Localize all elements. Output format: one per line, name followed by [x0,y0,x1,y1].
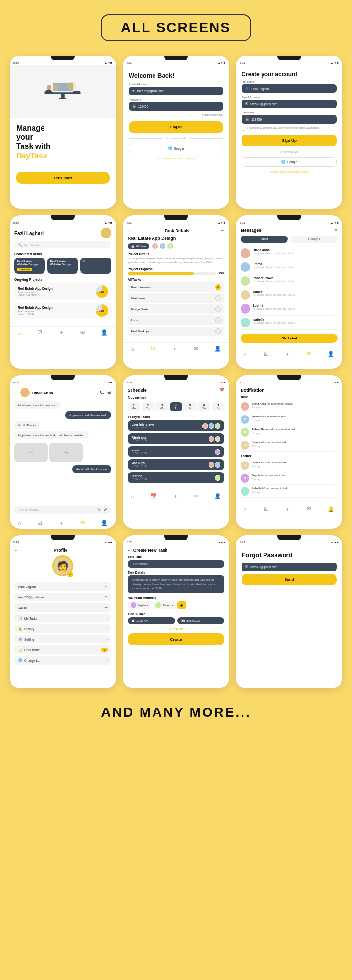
project-item-1[interactable]: Real Estate App Design Team members Due … [14,283,111,300]
menu-my-tasks[interactable]: 📋 My Tasks › [14,614,111,622]
team-member-robert[interactable]: Robert × [153,601,176,609]
notif-item-5[interactable]: J James left a comment in task 20m ago [241,459,338,472]
task-title-input[interactable]: HI Wireframe [128,560,225,568]
call-icon[interactable]: 📞 [100,391,104,394]
cal-day-1[interactable]: 1Mo [128,402,140,411]
back-create[interactable]: ← [128,549,131,552]
nav-schedule-8[interactable]: 📅 [150,493,157,499]
nav-msg-6[interactable]: ✉ [307,351,311,357]
nav-profile-5[interactable]: 👤 [214,346,221,352]
cal-day-2[interactable]: 2Tu [142,402,154,411]
nav-add-6[interactable]: ＋ [285,350,290,358]
reg-email-input[interactable]: ✉fazzi72@gmail.com [242,100,337,108]
sched-item-4[interactable]: Mockups 10:00 - 18:00 [128,459,225,470]
nav-add-8[interactable]: ＋ [173,493,178,500]
cal-day-7[interactable]: 7Su [212,402,224,411]
msg-item-4[interactable]: James Hi, please share the last task, th… [241,288,338,302]
nav-msg-5[interactable]: ✉ [194,346,198,352]
search-bar[interactable]: 🔍 Search tasks [14,241,111,248]
remove-robert-icon[interactable]: × [172,604,173,607]
msg-item-3[interactable]: Robert Brown Hi, please check the last t… [241,274,338,288]
nav-tasks-6[interactable]: ☑ [264,351,269,357]
nav-home[interactable]: ⌂ [18,330,21,336]
nav-msg[interactable]: ✉ [80,329,85,336]
schedule-edit-icon[interactable]: 📅 [220,388,224,392]
cal-day-3[interactable]: 3We [155,402,168,411]
video-icon[interactable]: 📹 [107,391,111,394]
edit-icon[interactable]: ✏ [221,229,224,233]
edit-msg-icon[interactable]: ✏ [335,228,338,232]
task-list-item-5[interactable]: Final Mockups [128,327,225,336]
signup-button[interactable]: Sign Up [242,135,337,146]
notif-item-6[interactable]: S Sophia left a comment in task 30m ago [241,472,338,485]
nav-add[interactable]: ＋ [59,329,64,336]
email-input[interactable]: ✉fazzi72@gmail.com [129,87,224,95]
fullname-input[interactable]: 👤Fazil Laghari [242,84,337,93]
task-card-1[interactable]: Real Estate Website Design Completed [14,258,45,274]
nav-add-7[interactable]: ＋ [59,519,64,527]
google-signup-button[interactable]: 🌐 Google [242,157,337,167]
google-login-button[interactable]: 🌐 Google [129,144,224,153]
notif-item-3[interactable]: R Robert Brown left a comment in task 8m… [241,426,338,439]
attachment-icon[interactable]: 📎 [97,508,101,512]
team-member-sophia[interactable]: Sophia × [128,601,151,609]
menu-privacy[interactable]: 🔒 Privacy › [14,624,111,633]
nav-home-9[interactable]: ⌂ [244,507,248,512]
tab-chat[interactable]: Chat [241,236,287,243]
start-chat-button[interactable]: Start chat [241,334,338,343]
project-item-2[interactable]: Real Estate App Design Team members Due … [14,302,111,319]
task-list-item-3[interactable]: Design System [128,304,225,314]
voice-icon[interactable]: 🎤 [103,508,108,512]
nav-home-6[interactable]: ⌂ [244,351,248,357]
reg-password-input[interactable]: 🔒123456 [242,115,337,124]
notif-item-2[interactable]: E Emma left a comment in task 5m ago [241,413,338,426]
nav-add-5[interactable]: ＋ [172,345,177,352]
nav-msg-9[interactable]: ✉ [307,506,311,512]
msg-item-2[interactable]: Emma Hi, please check the last task, tha… [241,260,338,274]
forgot-email-input[interactable]: ✉fazzi72@gmail.com [242,563,337,571]
sched-item-2[interactable]: Wireframe 10:00 - 18:00 [128,433,225,444]
lets-start-button[interactable]: Let's Start [16,172,110,184]
task-details-input[interactable]: Lorem ipsum is simply dummy text of the … [128,575,225,593]
task-list-item-1[interactable]: User Interviews ✓ [128,282,225,292]
nav-home-8[interactable]: ⌂ [131,494,134,499]
nav-home-5[interactable]: ⌂ [131,346,134,352]
cal-day-4[interactable]: 4Th [170,402,182,411]
task-list-item-4[interactable]: Icons [128,315,225,325]
terms-checkbox[interactable]: I have read & agreed to DayTask Privacy … [242,126,337,131]
msg-item-1[interactable]: Olivia Anna Hi, please check the last ta… [241,247,338,260]
send-button[interactable]: Send [242,574,337,585]
chat-input-bar[interactable]: Type a message 📎 🎤 [14,506,111,514]
tab-groups[interactable]: Groups [291,236,338,243]
menu-dark-mode[interactable]: 🌙 Dark Mode ● [14,645,111,654]
nav-profile-8[interactable]: 👤 [214,493,221,499]
sched-item-1[interactable]: User Interviews 10:00 - 18:00 [128,420,225,431]
nav-msg-7[interactable]: ✉ [80,520,85,526]
task-card-3[interactable]: R [80,258,111,274]
add-new-link[interactable]: Add New [128,627,225,631]
notif-item-4[interactable]: J James left a comment in task 10m ago [241,439,338,452]
nav-tasks-7[interactable]: ☑ [37,520,42,526]
forgot-password-link[interactable]: Forgot Password? [129,113,224,116]
menu-setting[interactable]: ⚙️ Setting › [14,635,111,643]
notif-item-7[interactable]: I Isabella left a comment in task 40m ag… [241,485,338,498]
menu-language[interactable]: 🌐 Change L... › [14,656,111,665]
back-button[interactable]: ← [128,228,132,233]
create-task-button[interactable]: Create [128,633,225,645]
toggle-dark-icon[interactable]: ● [101,648,108,652]
edit-email-icon[interactable]: ✏ [105,595,108,599]
time-picker[interactable]: ⏰ 10:30 AM [128,617,175,624]
task-list-item-2[interactable]: Wireframes [128,293,225,303]
back-profile[interactable]: ← [14,549,18,552]
notif-item-1[interactable]: O Olivia Anna left a comment in task 2m … [241,400,338,413]
nav-tasks-5[interactable]: ☑ [151,346,155,352]
nav-home-7[interactable]: ⌂ [18,520,21,526]
nav-profile-7[interactable]: 👤 [101,520,108,526]
nav-profile-6[interactable]: 👤 [328,351,334,357]
edit-phone-icon[interactable]: ✏ [105,606,108,609]
nav-profile-9[interactable]: 🔔 [328,506,334,512]
sched-item-5[interactable]: Testing 10:00 - 18:00 [128,472,225,483]
sched-item-3[interactable]: Icons 10:00 - 18:00 [128,446,225,457]
edit-name-icon[interactable]: ✏ [105,585,108,588]
cal-day-5[interactable]: 5Fr [184,402,196,411]
